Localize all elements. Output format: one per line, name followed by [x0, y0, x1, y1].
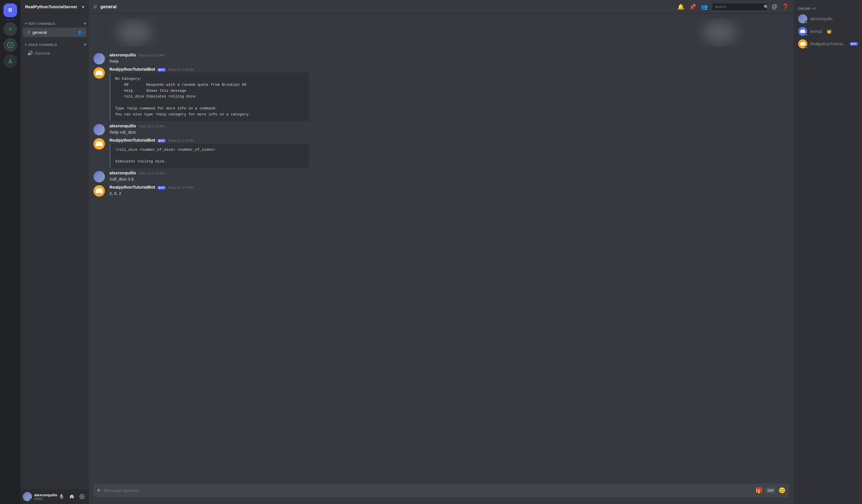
- table-row: RealpythonTutorialBot BOT Today at 11:43…: [89, 66, 794, 122]
- message-text: !roll_dice 3 6: [109, 176, 789, 182]
- message-timestamp: Today at 11:43 AM: [138, 172, 164, 175]
- user-settings-button[interactable]: [78, 492, 87, 501]
- user-actions: [57, 492, 87, 501]
- message-text: !help: [109, 58, 789, 64]
- message-text: !help roll_dice: [109, 129, 789, 135]
- message-header: alexronquillo Today at 11:43 AM: [109, 170, 789, 175]
- at-icon[interactable]: @: [772, 3, 778, 10]
- message-author[interactable]: alexronquillo: [109, 52, 136, 57]
- server-icon[interactable]: R: [3, 3, 17, 17]
- avatar: [93, 138, 105, 149]
- message-timestamp: Today at 11:43 AM: [138, 54, 164, 57]
- message-input[interactable]: [104, 485, 752, 496]
- online-dot: [805, 21, 808, 24]
- list-item[interactable]: alexronquillo: [796, 13, 860, 25]
- message-author[interactable]: RealpythonTutorialBot: [109, 185, 155, 189]
- message-content: RealpythonTutorialBot BOT Today at 11:43…: [109, 137, 789, 168]
- message-author[interactable]: alexronquillo: [109, 170, 136, 175]
- banner-blur-right: [702, 21, 736, 44]
- member-avatar: [798, 27, 807, 36]
- pin-icon[interactable]: 📌: [689, 3, 696, 10]
- voice-channels-category[interactable]: ▸ VOICE CHANNELS +: [21, 37, 89, 49]
- add-voice-channel-button[interactable]: +: [83, 42, 87, 48]
- table-row: alexronquillo Today at 11:43 AM !help 😊 …: [89, 51, 794, 66]
- avatar: [93, 67, 105, 79]
- avatar: [93, 171, 105, 182]
- members-sidebar: ONLINE—3 alexronquillo aronq2 👑 Realpyth…: [794, 0, 862, 504]
- search-bar[interactable]: 🔍: [713, 3, 767, 10]
- bell-icon[interactable]: 🔔: [677, 3, 684, 10]
- table-row: RealpythonTutorialBot BOT Today at 11:43…: [89, 184, 794, 198]
- bot-embed: No Category: 99 Responds with a random q…: [109, 72, 309, 121]
- voice-channel-general[interactable]: 🔊 General: [23, 49, 87, 57]
- message-content: alexronquillo Today at 11:43 AM !help ro…: [109, 123, 789, 135]
- add-member-icon[interactable]: 👤+: [77, 30, 84, 35]
- message-timestamp: Today at 11:43 AM: [168, 68, 194, 71]
- message-header: RealpythonTutorialBot BOT Today at 11:43…: [109, 67, 789, 71]
- mute-button[interactable]: [57, 492, 66, 501]
- avatar: [93, 185, 105, 197]
- server-header[interactable]: RealPythonTutorialServer ∨: [21, 0, 89, 14]
- main-content: # general 🔔 📌 👥 🔍 @ ❓: [89, 0, 794, 504]
- channel-hash-icon: #: [27, 29, 30, 35]
- bot-badge: BOT: [850, 42, 858, 45]
- messages-area: alexronquillo Today at 11:43 AM !help 😊 …: [89, 14, 794, 483]
- server-dropdown-icon: ∨: [82, 5, 84, 9]
- member-avatar: [798, 14, 807, 23]
- table-row: RealpythonTutorialBot BOT Today at 11:43…: [89, 136, 794, 169]
- add-server-button[interactable]: +: [3, 22, 17, 36]
- list-item[interactable]: RealpythonTutoria... BOT: [796, 38, 860, 50]
- online-members-category: ONLINE—3: [796, 4, 860, 11]
- message-header: alexronquillo Today at 11:43 AM: [109, 123, 789, 128]
- channel-item-general[interactable]: # general 👤+: [23, 28, 87, 37]
- message-header: RealpythonTutorialBot BOT Today at 11:43…: [109, 185, 789, 189]
- avatar: [93, 53, 105, 64]
- server-bar: R +: [0, 0, 21, 504]
- download-button[interactable]: [3, 54, 17, 68]
- emoji-button[interactable]: 😊: [779, 487, 786, 494]
- user-avatar: [23, 492, 32, 501]
- bot-badge: BOT: [158, 68, 166, 71]
- message-timestamp: Today at 11:43 AM: [168, 139, 194, 142]
- user-name: alexronquillo: [34, 493, 55, 497]
- add-text-channel-button[interactable]: +: [83, 21, 87, 26]
- explore-servers-button[interactable]: [3, 38, 17, 52]
- bot-badge: BOT: [158, 139, 166, 143]
- gif-button[interactable]: GIF: [766, 488, 775, 493]
- embed-text: No Category: 99 Responds with a random q…: [115, 76, 304, 118]
- channel-header: # general 🔔 📌 👥 🔍 @ ❓: [89, 0, 794, 14]
- online-dot: [805, 46, 808, 49]
- list-item[interactable]: aronq2 👑: [796, 25, 860, 38]
- banner-blur-left: [117, 21, 152, 44]
- help-icon[interactable]: ❓: [782, 3, 789, 10]
- member-name: RealpythonTutoria...: [810, 42, 846, 46]
- message-input-area: + 🎁 GIF 😊: [89, 483, 794, 504]
- bot-badge: BOT: [158, 186, 166, 189]
- message-content: alexronquillo Today at 11:43 AM !help: [109, 52, 789, 64]
- search-icon: 🔍: [764, 4, 769, 9]
- attach-button[interactable]: +: [97, 483, 101, 497]
- message-timestamp: Today at 11:43 AM: [138, 124, 164, 128]
- search-input[interactable]: [715, 4, 762, 9]
- table-row: alexronquillo Today at 11:43 AM !roll_di…: [89, 169, 794, 184]
- message-author[interactable]: RealpythonTutorialBot: [109, 137, 155, 143]
- embed-text: !roll_dice <number_of_dice> <number_of_s…: [115, 147, 304, 165]
- members-icon[interactable]: 👥: [701, 3, 708, 10]
- channel-header-name: general: [100, 4, 117, 9]
- member-name: alexronquillo: [810, 16, 833, 21]
- message-header: alexronquillo Today at 11:43 AM: [109, 52, 789, 57]
- channel-header-hash-icon: #: [93, 3, 97, 11]
- message-author[interactable]: RealpythonTutorialBot: [109, 67, 155, 71]
- text-channels-category[interactable]: ▸ TEXT CHANNELS +: [21, 16, 89, 28]
- channel-list: ▸ TEXT CHANNELS + # general 👤+ ▸ VOICE C…: [21, 14, 89, 489]
- message-timestamp: Today at 11:43 AM: [168, 186, 194, 189]
- avatar: [93, 124, 105, 135]
- message-author[interactable]: alexronquillo: [109, 123, 136, 128]
- input-extras: 🎁 GIF 😊: [755, 487, 786, 494]
- message-content: RealpythonTutorialBot BOT Today at 11:43…: [109, 185, 789, 197]
- gift-button[interactable]: 🎁: [755, 487, 762, 494]
- user-panel: alexronquillo #0933: [21, 489, 89, 504]
- table-row: alexronquillo Today at 11:43 AM !help ro…: [89, 122, 794, 136]
- server-divider: [6, 19, 15, 20]
- deafen-button[interactable]: [67, 492, 76, 501]
